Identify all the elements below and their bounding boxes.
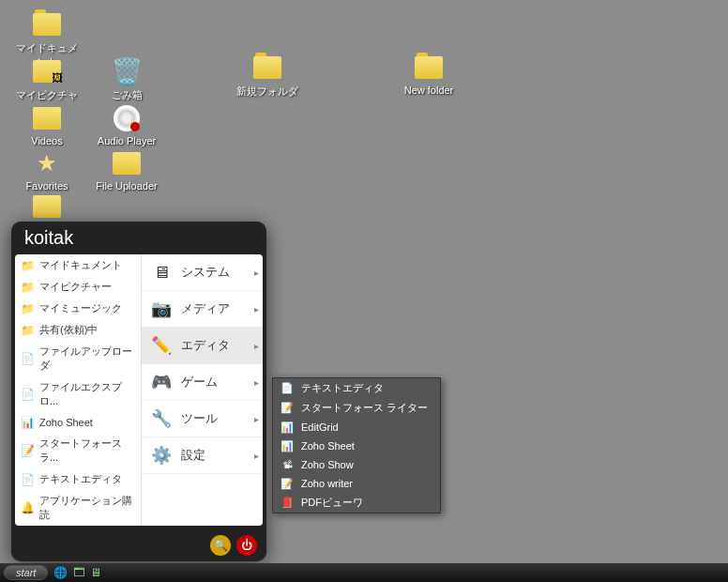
desktop-icon-label: Favorites <box>14 180 80 191</box>
list-item-icon: 📄 <box>21 352 34 365</box>
desktop-icon-fileup[interactable]: File Uploader <box>94 148 159 191</box>
pic-icon <box>32 56 62 86</box>
desktop-icon-label: ごみ箱 <box>94 88 159 102</box>
category-label: ゲーム <box>181 374 218 391</box>
list-item-icon: 📄 <box>21 473 34 486</box>
desktop-icon-trash[interactable]: 🗑️ごみ箱 <box>94 56 159 102</box>
list-item-label: テキストエディタ <box>39 472 122 486</box>
start-menu-body: 📁マイドキュメント📁マイピクチャー📁マイミュージック📁共有(依頼)中📄ファイルア… <box>15 254 263 526</box>
list-item-icon: 📁 <box>21 324 34 337</box>
chevron-right-icon: ▸ <box>254 268 259 278</box>
submenu-item-icon: 📊 <box>281 421 294 434</box>
start-left-item-5[interactable]: 📄ファイルエクスプロ... <box>15 376 141 412</box>
list-item-icon: 🔔 <box>21 501 34 514</box>
submenu-item-1[interactable]: 📝スタートフォース ライター <box>273 398 440 418</box>
desktop-icon-favs[interactable]: ★Favorites <box>14 148 80 191</box>
start-category-5[interactable]: ⚙️設定▸ <box>142 437 263 474</box>
trash-icon: 🗑️ <box>112 56 142 86</box>
taskbar-window-icon[interactable]: 🗔 <box>73 566 84 579</box>
submenu-item-6[interactable]: 📕PDFビューワ <box>273 493 440 513</box>
editor-submenu: 📄テキストエディタ📝スタートフォース ライター📊EditGrid📊Zoho Sh… <box>272 377 441 513</box>
list-item-label: マイドキュメント <box>39 258 122 272</box>
submenu-item-label: テキストエディタ <box>301 381 384 395</box>
list-item-label: ファイルアップローダ <box>39 345 135 373</box>
submenu-item-icon: 📄 <box>281 382 294 395</box>
submenu-item-icon: 📽 <box>281 458 294 471</box>
submenu-item-2[interactable]: 📊EditGrid <box>273 418 440 436</box>
start-menu-right-pane: 🖥システム▸📷メディア▸✏️エディタ▸🎮ゲーム▸🔧ツール▸⚙️設定▸ <box>142 254 263 526</box>
submenu-item-4[interactable]: 📽Zoho Show <box>273 455 440 474</box>
start-left-item-3[interactable]: 📁共有(依頼)中 <box>15 319 141 341</box>
list-item-label: ファイルエクスプロ... <box>39 380 135 408</box>
desktop-icon-label: New folder <box>396 84 462 96</box>
desktop-icon-newf2[interactable]: New folder <box>396 53 462 96</box>
chevron-right-icon: ▸ <box>254 451 259 461</box>
start-menu-user: koitak <box>11 222 266 251</box>
start-left-item-4[interactable]: 📄ファイルアップローダ <box>15 341 141 376</box>
submenu-item-icon: 📝 <box>281 477 294 490</box>
start-menu-left-pane: 📁マイドキュメント📁マイピクチャー📁マイミュージック📁共有(依頼)中📄ファイルア… <box>15 254 142 526</box>
list-item-icon: 📊 <box>21 416 34 429</box>
list-item-label: アプリケーション購読 <box>39 494 135 522</box>
category-icon: 📷 <box>151 299 172 319</box>
start-left-item-6[interactable]: 📊Zoho Sheet <box>15 412 141 433</box>
category-icon: 🖥 <box>151 262 172 283</box>
start-left-item-9[interactable]: 🔔アプリケーション購読 <box>15 490 141 526</box>
folder-icon <box>32 9 62 39</box>
category-icon: 🔧 <box>151 408 172 429</box>
submenu-item-label: EditGrid <box>301 421 339 433</box>
start-left-item-7[interactable]: 📝スタートフォース ラ... <box>15 433 141 468</box>
desktop-icon-newf1[interactable]: 新規フォルダ <box>235 53 300 99</box>
submenu-item-label: スタートフォース ライター <box>301 401 428 415</box>
folder-icon <box>414 53 444 83</box>
submenu-item-icon: 📊 <box>281 439 294 452</box>
desktop: マイドキュメントマイピクチャー🗑️ごみ箱新規フォルダNew folderVide… <box>0 0 728 582</box>
submenu-item-label: PDFビューワ <box>301 496 363 510</box>
start-left-item-2[interactable]: 📁マイミュージック <box>15 298 141 319</box>
category-icon: ⚙️ <box>151 445 172 466</box>
list-item-icon: 📁 <box>21 302 34 315</box>
up-icon <box>112 148 142 178</box>
desktop-icon-audiop[interactable]: Audio Player <box>94 103 159 146</box>
list-item-icon: 📄 <box>21 388 34 401</box>
submenu-item-3[interactable]: 📊Zoho Sheet <box>273 436 440 455</box>
list-item-label: Zoho Sheet <box>39 417 93 428</box>
start-left-item-1[interactable]: 📁マイピクチャー <box>15 276 141 298</box>
start-category-4[interactable]: 🔧ツール▸ <box>142 401 263 437</box>
taskbar-globe-icon[interactable]: 🌐 <box>53 566 68 579</box>
start-category-0[interactable]: 🖥システム▸ <box>142 254 263 291</box>
taskbar-desktop-icon[interactable]: 🖥 <box>90 566 101 579</box>
submenu-item-0[interactable]: 📄テキストエディタ <box>273 378 440 398</box>
start-button[interactable]: start <box>4 565 48 580</box>
search-button[interactable]: 🔍 <box>210 535 231 556</box>
submenu-item-label: Zoho writer <box>301 478 353 489</box>
list-item-label: 共有(依頼)中 <box>39 323 98 337</box>
submenu-item-label: Zoho Show <box>301 459 354 470</box>
submenu-item-5[interactable]: 📝Zoho writer <box>273 474 440 493</box>
start-category-3[interactable]: 🎮ゲーム▸ <box>142 364 263 401</box>
category-icon: 🎮 <box>151 372 172 392</box>
list-item-label: スタートフォース ラ... <box>39 436 135 465</box>
chevron-right-icon: ▸ <box>254 304 259 314</box>
start-menu: koitak 📁マイドキュメント📁マイピクチャー📁マイミュージック📁共有(依頼)… <box>11 222 266 561</box>
start-menu-footer: 🔍 ⏻ <box>11 529 266 561</box>
start-category-1[interactable]: 📷メディア▸ <box>142 291 263 328</box>
list-item-icon: 📝 <box>21 444 34 457</box>
desktop-icon-label: 新規フォルダ <box>235 84 300 99</box>
submenu-item-label: Zoho Sheet <box>301 440 355 452</box>
list-item-icon: 📁 <box>21 281 34 294</box>
start-left-item-0[interactable]: 📁マイドキュメント <box>15 254 141 276</box>
list-item-icon: 📁 <box>21 259 34 272</box>
list-item-label: マイミュージック <box>39 301 122 315</box>
desktop-icon-label: File Uploader <box>94 180 159 191</box>
category-label: ツール <box>181 410 218 427</box>
desktop-icon-videos[interactable]: Videos <box>14 103 80 146</box>
taskbar: start 🌐 🗔 🖥 <box>0 563 728 582</box>
start-left-item-8[interactable]: 📄テキストエディタ <box>15 468 141 490</box>
start-category-2[interactable]: ✏️エディタ▸ <box>142 328 263 364</box>
submenu-item-icon: 📕 <box>281 497 294 510</box>
power-button[interactable]: ⏻ <box>236 535 257 556</box>
chevron-right-icon: ▸ <box>254 414 259 424</box>
list-item-label: マイピクチャー <box>39 280 112 294</box>
folder-icon <box>252 53 282 83</box>
